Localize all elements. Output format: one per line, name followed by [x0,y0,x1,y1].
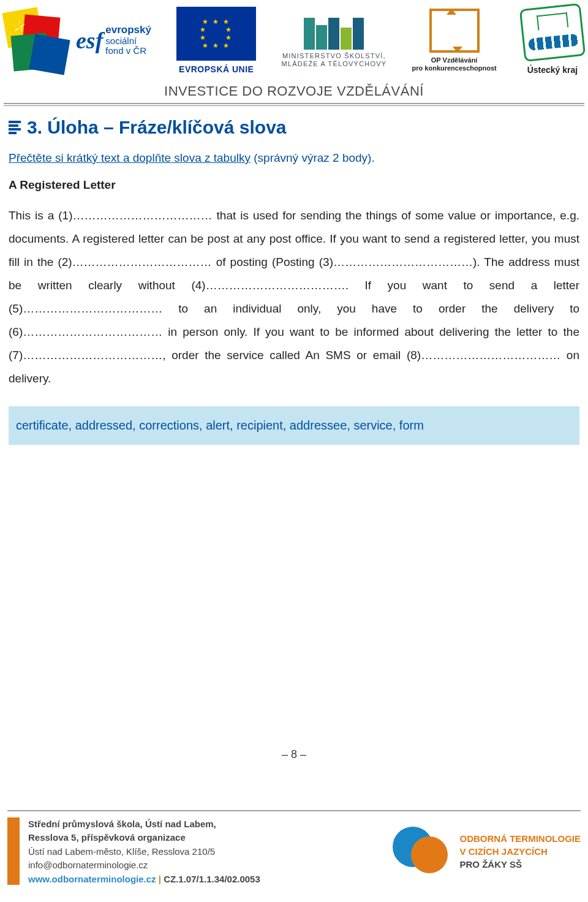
footer-code: CZ.1.07/1.1.34/02.0053 [164,874,260,884]
section-title-row: 3. Úloha – Fráze/klíčová slova [9,117,579,138]
divider-top [4,103,584,104]
footer-right: ODBORNÁ TERMINOLOGIE V CIZÍCH JAZYCÍCH P… [390,824,581,879]
op-logo: OP Vzdělávání pro konkurenceschopnost [412,9,497,72]
msmt-text: MINISTERSTVO ŠKOLSTVÍ, MLÁDEŽE A TĚLOVÝC… [282,52,387,68]
document-title: A Registered Letter [9,178,579,192]
section-title: 3. Úloha – Fráze/klíčová slova [27,117,287,138]
op-text: OP Vzdělávání pro konkurenceschopnost [412,56,497,72]
instruction: Přečtěte si krátký text a doplňte slova … [9,151,579,165]
paragraph-icon [9,121,21,134]
instruction-underline: Přečtěte si krátký text a doplňte slova … [9,151,251,164]
word-bank: certificate, addressed, corrections, ale… [9,406,579,445]
op-icon [429,9,480,53]
footer-sep: | [159,874,164,884]
divider-footer [7,810,581,811]
footer-left: Střední průmyslová škola, Ústí nad Labem… [7,817,260,887]
msmt-icon [282,13,386,50]
footer-web: www.odbornaterminologie.cz [28,874,156,884]
bubbles-icon [390,824,451,879]
instruction-tail: (správný výraz 2 body). [251,151,375,164]
kraj-logo: Ústecký kraj [522,6,583,75]
orange-bar-icon [7,817,20,885]
eu-flag-icon: ★ ★ ★★ ★★ ★★ ★ ★ [176,7,256,61]
body-text: This is a (1)……………………………… that is used f… [9,204,579,390]
page-number: – 8 – [0,748,588,761]
main-content: 3. Úloha – Fráze/klíčová slova Přečtěte … [0,106,588,445]
kraj-label: Ústecký kraj [527,65,578,75]
footer: Střední průmyslová škola, Ústí nad Labem… [0,810,588,903]
esf-icon: ★ [5,10,72,71]
esf-text: evropský sociální fond v ČR [105,25,151,56]
project-text: ODBORNÁ TERMINOLOGIE V CIZÍCH JAZYCÍCH P… [460,832,581,871]
header-logos: ★ esf evropský sociální fond v ČR ★ ★ ★★… [0,0,588,75]
header-tagline: INVESTICE DO ROZVOJE VZDĚLÁVÁNÍ [0,83,588,99]
kraj-icon [519,3,586,62]
eu-logo: ★ ★ ★★ ★★ ★★ ★ ★ EVROPSKÁ UNIE [176,7,256,74]
school-text: Střední průmyslová škola, Ústí nad Labem… [28,817,260,887]
eu-label: EVROPSKÁ UNIE [179,64,254,74]
esf-logo: ★ esf evropský sociální fond v ČR [5,10,151,71]
esf-mark: esf [76,27,103,54]
msmt-logo: MINISTERSTVO ŠKOLSTVÍ, MLÁDEŽE A TĚLOVÝC… [282,13,387,68]
